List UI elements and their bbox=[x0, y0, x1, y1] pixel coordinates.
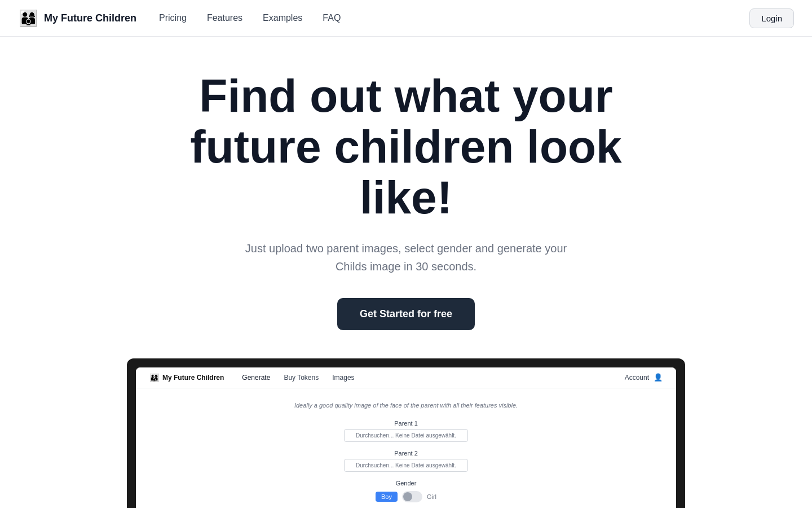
navbar-right: Login bbox=[749, 8, 794, 28]
app-nav-right: Account 👤 bbox=[625, 373, 663, 382]
navbar: 👨‍👩‍👦 My Future Children Pricing Feature… bbox=[0, 0, 812, 37]
girl-option[interactable]: Girl bbox=[427, 493, 436, 500]
app-description: Ideally a good quality image of the face… bbox=[294, 402, 518, 409]
app-brand: 👨‍👩‍👦 My Future Children bbox=[149, 373, 224, 382]
nav-faq[interactable]: FAQ bbox=[323, 13, 341, 23]
app-inner: 👨‍👩‍👦 My Future Children Generate Buy To… bbox=[136, 367, 676, 508]
nav-examples[interactable]: Examples bbox=[263, 13, 302, 23]
boy-option[interactable]: Boy bbox=[376, 492, 398, 502]
parent1-file-input[interactable]: Durchsuchen... Keine Datei ausgewählt. bbox=[344, 429, 468, 442]
app-screenshot: 👨‍👩‍👦 My Future Children Generate Buy To… bbox=[127, 358, 685, 508]
hero-title: Find out what your future children look … bbox=[152, 71, 660, 224]
hero-section: Find out what your future children look … bbox=[0, 37, 812, 508]
app-nav-buy-tokens[interactable]: Buy Tokens bbox=[284, 374, 319, 382]
app-account-label[interactable]: Account bbox=[625, 374, 649, 382]
parent2-file-input[interactable]: Durchsuchen... Keine Datei ausgewählt. bbox=[344, 459, 468, 472]
nav-links: Pricing Features Examples FAQ bbox=[159, 13, 749, 23]
toggle-knob bbox=[403, 492, 412, 501]
gender-label: Gender bbox=[396, 480, 417, 487]
app-brand-logo-icon: 👨‍👩‍👦 bbox=[149, 373, 159, 382]
hero-subtitle: Just upload two parent images, select ge… bbox=[237, 239, 575, 275]
nav-features[interactable]: Features bbox=[207, 13, 242, 23]
app-navbar: 👨‍👩‍👦 My Future Children Generate Buy To… bbox=[136, 367, 676, 388]
parent2-form-group: Parent 2 Durchsuchen... Keine Datei ausg… bbox=[344, 450, 468, 472]
brand-logo-icon: 👨‍👩‍👦 bbox=[18, 8, 38, 28]
app-nav-images[interactable]: Images bbox=[332, 374, 354, 382]
parent1-label: Parent 1 bbox=[344, 420, 468, 427]
app-nav-generate[interactable]: Generate bbox=[242, 374, 270, 382]
gender-switch[interactable] bbox=[402, 491, 422, 502]
parent1-form-group: Parent 1 Durchsuchen... Keine Datei ausg… bbox=[344, 420, 468, 442]
brand-name: My Future Children bbox=[44, 12, 136, 24]
app-account-icon: 👤 bbox=[654, 373, 663, 382]
login-button[interactable]: Login bbox=[749, 8, 794, 28]
cta-button[interactable]: Get Started for free bbox=[337, 298, 475, 330]
app-nav-links: Generate Buy Tokens Images bbox=[242, 374, 606, 382]
app-brand-name: My Future Children bbox=[162, 374, 224, 382]
app-content: Ideally a good quality image of the face… bbox=[136, 388, 676, 508]
gender-section: Gender Boy Girl bbox=[376, 480, 436, 502]
gender-toggle: Boy Girl bbox=[376, 491, 436, 502]
parent2-label: Parent 2 bbox=[344, 450, 468, 457]
nav-pricing[interactable]: Pricing bbox=[159, 13, 187, 23]
brand-link[interactable]: 👨‍👩‍👦 My Future Children bbox=[18, 8, 136, 28]
